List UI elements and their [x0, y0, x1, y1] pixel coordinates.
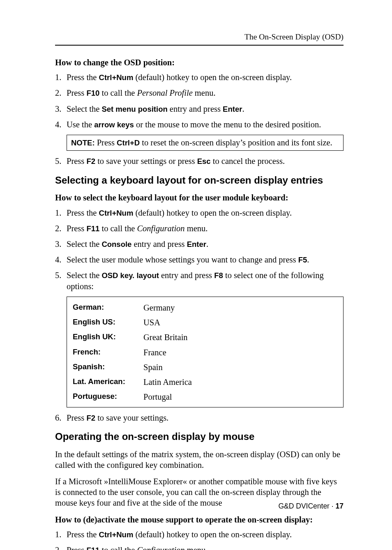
hotkey: Ctrl+Num — [99, 209, 134, 217]
text: or the mouse to move the menu to the des… — [134, 120, 321, 129]
text: entry and press — [159, 271, 214, 280]
step-number: 1. — [55, 529, 67, 540]
steps-osd-position: 1. Press the Ctrl+Num (default) hotkey t… — [55, 72, 344, 130]
text: menu. — [185, 545, 208, 550]
heading-mouse-operation: Operating the on-screen display by mouse — [55, 430, 344, 443]
text: Press — [67, 413, 86, 422]
text: to reset the on-screen display’s positio… — [140, 138, 332, 147]
step-2: 2. Press F11 to call the Configuration m… — [55, 545, 344, 550]
table-row: French: France — [67, 345, 343, 360]
step-3: 3. Select the Console entry and press En… — [55, 239, 344, 249]
hotkey: F2 — [86, 157, 95, 166]
table-row: English UK: Great Britain — [67, 330, 343, 345]
running-header: The On-Screen Display (OSD) — [55, 32, 344, 42]
header-rule — [55, 45, 344, 46]
step-body: Press F2 to save your settings. — [67, 412, 344, 423]
step-number: 2. — [55, 87, 67, 98]
steps-osd-position-cont: 5. Press F2 to save your settings or pre… — [55, 156, 344, 166]
step-number: 3. — [55, 104, 67, 114]
step-body: Select the user module whose settings yo… — [67, 254, 344, 265]
text: entry and press — [168, 104, 223, 113]
step-2: 2. Press F10 to call the Personal Profil… — [55, 87, 344, 98]
paragraph: In the default settings of the matrix sy… — [55, 449, 344, 470]
step-number: 5. — [55, 270, 67, 291]
step-number: 2. — [55, 223, 67, 234]
text: (default) hotkey to open the on-screen d… — [133, 530, 292, 539]
step-body: Press the Ctrl+Num (default) hotkey to o… — [67, 72, 344, 83]
keyboard-layout-table: German: Germany English US: USA English … — [67, 297, 344, 407]
step-number: 5. — [55, 156, 67, 166]
row-label: English UK: — [73, 332, 143, 343]
subheading-mouse-support: How to (de)activate the mouse support to… — [55, 514, 344, 525]
menu-name: Personal Profile — [137, 88, 192, 97]
hotkey: F8 — [214, 271, 223, 280]
text: (default) hotkey to open the on-screen d… — [133, 208, 292, 217]
step-1: 1. Press the Ctrl+Num (default) hotkey t… — [55, 529, 344, 540]
table-row: Portuguese: Portugal — [67, 389, 343, 404]
row-label: Portuguese: — [73, 391, 143, 402]
text: Select the — [67, 271, 101, 280]
row-value: Latin America — [143, 377, 337, 387]
menu-entry: Console — [101, 240, 131, 249]
row-label: English US: — [73, 317, 143, 328]
step-number: 1. — [55, 72, 67, 83]
text: Select the — [67, 239, 101, 249]
menu-name: Configuration — [137, 545, 184, 550]
subheading-osd-position: How to change the OSD position: — [55, 57, 344, 68]
text: Select the user module whose settings yo… — [67, 255, 298, 264]
step-body: Press the Ctrl+Num (default) hotkey to o… — [67, 529, 344, 540]
text: . — [206, 239, 208, 249]
step-3: 3. Select the Set menu position entry an… — [55, 104, 344, 114]
step-number: 1. — [55, 207, 67, 218]
table-row: Lat. American: Latin America — [67, 375, 343, 389]
step-1: 1. Press the Ctrl+Num (default) hotkey t… — [55, 207, 344, 218]
step-number: 6. — [55, 412, 67, 423]
heading-keyboard-layout: Selecting a keyboard layout for on-scree… — [55, 174, 344, 187]
text: Press — [67, 545, 86, 550]
step-body: Press the Ctrl+Num (default) hotkey to o… — [67, 207, 344, 218]
table-row: Spanish: Spain — [67, 360, 343, 375]
hotkey: F11 — [86, 224, 99, 233]
step-body: Press F11 to call the Configuration menu… — [67, 223, 344, 234]
text: Press the — [67, 73, 99, 82]
hotkey: Ctrl+Num — [99, 73, 134, 82]
hotkey: Ctrl+D — [117, 138, 140, 147]
row-label: Spanish: — [73, 362, 143, 373]
row-value: Portugal — [143, 391, 337, 402]
text: to call the — [99, 545, 137, 550]
hotkey: F11 — [86, 546, 99, 550]
step-number: 3. — [55, 239, 67, 249]
text: to call the — [99, 88, 137, 97]
menu-name: Configuration — [137, 224, 184, 233]
step-5: 5. Select the OSD key. layout entry and … — [55, 270, 344, 291]
step-2: 2. Press F11 to call the Configuration m… — [55, 223, 344, 234]
steps-keyboard-layout: 1. Press the Ctrl+Num (default) hotkey t… — [55, 207, 344, 292]
step-number: 2. — [55, 545, 67, 550]
step-5: 5. Press F2 to save your settings or pre… — [55, 156, 344, 166]
step-number: 4. — [55, 254, 67, 265]
step-1: 1. Press the Ctrl+Num (default) hotkey t… — [55, 72, 344, 83]
text: to save your settings or press — [95, 156, 197, 166]
step-body: Press F11 to call the Configuration menu… — [67, 545, 344, 550]
row-value: Great Britain — [143, 332, 337, 343]
text: entry and press — [131, 239, 187, 249]
step-body: Select the Set menu position entry and p… — [67, 104, 344, 114]
hotkey: Enter — [223, 105, 242, 113]
product-name: G&D DVICenter · — [278, 502, 335, 510]
text: menu. — [193, 88, 216, 97]
step-body: Press F2 to save your settings or press … — [67, 156, 344, 166]
text: menu. — [185, 224, 208, 233]
text: to save your settings. — [95, 413, 168, 422]
row-value: Germany — [143, 302, 337, 313]
text: . — [242, 104, 244, 113]
steps-keyboard-layout-cont: 6. Press F2 to save your settings. — [55, 412, 344, 423]
page-number: 17 — [336, 502, 344, 510]
table-row: German: Germany — [67, 300, 343, 315]
text: to cancel the process. — [211, 156, 285, 166]
step-4: 4. Select the user module whose settings… — [55, 254, 344, 265]
text: (default) hotkey to open the on-screen d… — [133, 73, 292, 82]
row-label: German: — [73, 302, 143, 313]
text: . — [307, 255, 309, 264]
step-body: Use the arrow keys or the mouse to move … — [67, 119, 344, 130]
page-footer: G&D DVICenter · 17 — [278, 502, 344, 511]
